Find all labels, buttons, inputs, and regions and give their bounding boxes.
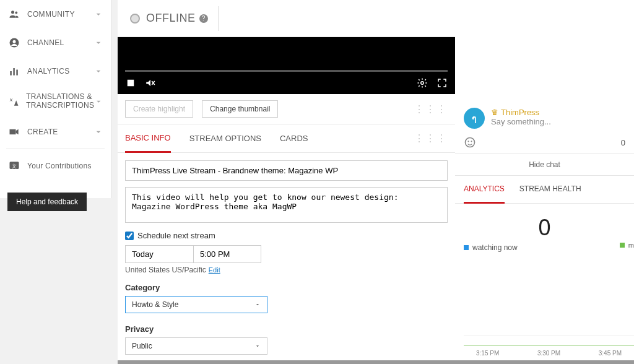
timezone-text: United States US/PacificEdit (125, 266, 448, 274)
m-legend: m (620, 241, 634, 249)
category-label: Category (125, 283, 448, 292)
chat-input[interactable]: Say something... (491, 117, 551, 126)
chat-username: ThimPress (501, 108, 539, 117)
tab-cards[interactable]: CARDS (280, 125, 308, 152)
tab-stream-health[interactable]: STREAM HEALTH (519, 176, 581, 203)
mute-icon[interactable] (145, 77, 156, 89)
analytics-chart: 3:15 PM 3:30 PM 3:45 PM (464, 336, 634, 354)
drag-handle-icon[interactable]: ⋮⋮⋮ (414, 132, 448, 144)
user-circle-icon (7, 36, 21, 50)
sidebar-item-translations[interactable]: Translations & Transcriptions (0, 85, 111, 118)
watching-count: 0 (455, 215, 634, 241)
schedule-label: Schedule next stream (137, 231, 215, 240)
stream-header: OFFLINE ? (118, 0, 455, 37)
divider (6, 149, 105, 149)
svg-point-3 (13, 40, 16, 43)
thumbnail-row: Create highlight Change thumbnail ⋮⋮⋮ (118, 94, 455, 124)
chat-char-count: 0 (621, 138, 625, 147)
bars-icon (7, 64, 21, 78)
sidebar-item-community[interactable]: Community (0, 0, 111, 28)
gear-icon[interactable] (417, 77, 428, 89)
svg-rect-10 (128, 80, 134, 87)
divider (218, 6, 219, 31)
category-select[interactable]: Howto & Style (125, 296, 267, 313)
sidebar-item-channel[interactable]: Channel (0, 28, 111, 57)
svg-point-14 (466, 138, 475, 147)
tab-stream-options[interactable]: STREAM OPTIONS (189, 125, 261, 152)
description-input[interactable]: This video will help you get to know our… (125, 187, 448, 223)
sidebar-item-analytics[interactable]: Analytics (0, 57, 111, 85)
help-feedback-button[interactable]: Help and feedback (7, 193, 87, 211)
camera-icon (7, 125, 21, 139)
chevron-down-icon (93, 66, 103, 76)
schedule-date-input[interactable] (125, 245, 193, 263)
status-dot-icon (130, 14, 140, 24)
help-icon[interactable]: ? (199, 14, 208, 23)
legend-swatch-icon (464, 245, 469, 250)
svg-point-16 (471, 141, 472, 142)
category-value: Howto & Style (132, 300, 178, 309)
schedule-checkbox-row[interactable]: Schedule next stream (125, 231, 448, 240)
sidebar: Community Channel Analytics Translations… (0, 0, 111, 198)
caret-down-icon (254, 343, 261, 349)
right-panel: ๆ ♛ThimPress Say something... 0 Hide cha… (455, 0, 634, 364)
title-input[interactable] (125, 160, 448, 181)
svg-rect-6 (16, 70, 18, 76)
schedule-time-input[interactable] (193, 245, 261, 263)
fullscreen-icon[interactable] (436, 77, 448, 89)
chevron-down-icon (93, 9, 103, 19)
tab-analytics[interactable]: ANALYTICS (464, 176, 505, 204)
crown-icon: ♛ (491, 108, 498, 117)
svg-rect-7 (10, 129, 16, 134)
sidebar-item-label: Analytics (27, 67, 93, 76)
privacy-label: Privacy (125, 324, 448, 334)
tab-basic-info[interactable]: BASIC INFO (125, 124, 171, 153)
change-thumbnail-button[interactable]: Change thumbnail (202, 100, 278, 118)
schedule-checkbox[interactable] (125, 232, 134, 240)
svg-point-0 (11, 11, 14, 14)
privacy-value: Public (132, 342, 152, 350)
sidebar-item-create[interactable]: Create (0, 118, 111, 146)
stop-icon[interactable] (125, 77, 136, 89)
sidebar-item-contributions[interactable]: 文 Your Contributions (0, 152, 111, 180)
chevron-down-icon (94, 97, 103, 106)
translate-icon (7, 95, 20, 108)
stream-status: OFFLINE (146, 12, 196, 25)
chat-compose: ๆ ♛ThimPress Say something... (455, 99, 634, 134)
emoji-icon[interactable] (464, 136, 476, 149)
chart-ticks: 3:15 PM 3:30 PM 3:45 PM (464, 350, 634, 357)
sidebar-item-label: Channel (27, 38, 93, 47)
main-panel: OFFLINE ? Create highlight Change thumbn… (118, 0, 455, 364)
svg-rect-4 (10, 71, 12, 76)
right-tabs: ANALYTICS STREAM HEALTH (455, 176, 634, 204)
sidebar-item-label: Translations & Transcriptions (26, 93, 94, 110)
watching-legend: watching now (455, 241, 634, 254)
hide-chat-button[interactable]: Hide chat (455, 154, 634, 176)
info-tabs: BASIC INFO STREAM OPTIONS CARDS ⋮⋮⋮ (118, 124, 455, 153)
sidebar-item-label: Create (27, 128, 93, 136)
video-player[interactable] (118, 37, 455, 94)
translate-alt-icon: 文 (7, 159, 21, 173)
sidebar-item-label: Community (27, 10, 93, 19)
svg-point-1 (15, 12, 17, 14)
people-icon (7, 7, 21, 21)
chevron-down-icon (93, 127, 103, 137)
sidebar-item-label: Your Contributions (27, 162, 103, 170)
svg-rect-5 (13, 68, 15, 76)
chart-line (464, 345, 634, 345)
basic-info-form: This video will help you get to know our… (118, 153, 455, 364)
svg-point-13 (421, 82, 424, 85)
bottom-divider (118, 360, 634, 364)
create-highlight-button: Create highlight (125, 100, 193, 118)
caret-down-icon (254, 301, 261, 308)
avatar: ๆ (464, 108, 485, 129)
legend-swatch-icon (620, 243, 625, 248)
edit-timezone-link[interactable]: Edit (209, 266, 220, 274)
chevron-down-icon (93, 38, 103, 48)
svg-text:文: 文 (12, 162, 17, 168)
privacy-select[interactable]: Public (125, 337, 267, 355)
drag-handle-icon[interactable]: ⋮⋮⋮ (414, 103, 448, 115)
svg-point-15 (467, 141, 469, 142)
